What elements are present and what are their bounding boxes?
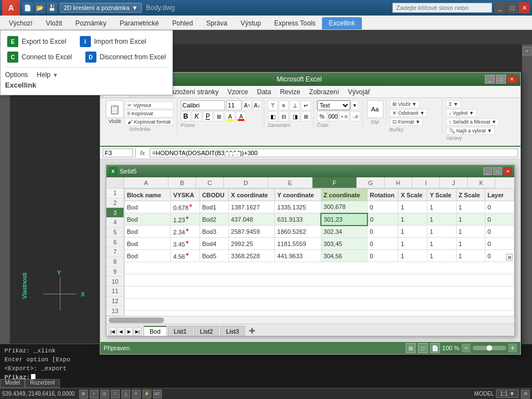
number-format-select[interactable]: Text Číslo Měna: [317, 100, 350, 110]
snap-toggle[interactable]: ⊞: [79, 390, 88, 398]
viewport-scale[interactable]: 1:1 ▼: [496, 390, 519, 398]
search-input[interactable]: [396, 4, 468, 11]
sesit-close-btn[interactable]: ✕: [503, 167, 512, 175]
format-btn[interactable]: ⊡ Formát ▼: [390, 118, 423, 126]
percent-btn[interactable]: %: [317, 111, 327, 121]
bold-btn[interactable]: B: [181, 111, 191, 121]
col-header-h[interactable]: H: [385, 177, 412, 188]
excel-close-btn[interactable]: ✕: [507, 75, 517, 84]
layout-tab[interactable]: Rozvrženl: [25, 379, 59, 388]
h-scrollbar[interactable]: [106, 316, 514, 324]
sesit-max-btn[interactable]: □: [493, 167, 502, 175]
col-header-i[interactable]: I: [412, 177, 440, 188]
excel-min-btn[interactable]: _: [485, 75, 495, 84]
right-tool-1[interactable]: ≡: [523, 47, 531, 55]
sheet-nav-first[interactable]: |◀: [109, 327, 116, 336]
zoom-bar[interactable]: [473, 346, 506, 350]
fill-btn[interactable]: ↓ Vyplnit ▼: [446, 109, 477, 117]
qp-toggle[interactable]: ⚡: [142, 390, 151, 398]
excel-view-page[interactable]: 📄: [430, 343, 440, 353]
close-button[interactable]: ✕: [519, 2, 530, 13]
tab-poznamky[interactable]: Poznámky: [69, 17, 113, 29]
sheet-nav-prev[interactable]: ◀: [117, 327, 125, 336]
tab-sprava[interactable]: Správa: [200, 17, 234, 29]
excel-tab-vyvojar[interactable]: Vývojář: [344, 86, 375, 98]
export-to-excel-btn[interactable]: E Export to Excel: [5, 35, 69, 48]
new-button[interactable]: 📄: [22, 2, 33, 13]
number-format-expand[interactable]: ▼: [351, 100, 359, 110]
merge-cells-btn[interactable]: ⊞: [301, 111, 311, 121]
tab-parametricke[interactable]: Parametrické: [113, 17, 166, 29]
italic-btn[interactable]: K: [192, 111, 202, 121]
style-btn[interactable]: Aa: [367, 100, 383, 118]
tab-vystup[interactable]: Výstup: [234, 17, 268, 29]
sheet-tab-list3[interactable]: List3: [220, 326, 245, 336]
tab-vlozit[interactable]: Vložit: [39, 17, 69, 29]
align-top-left-btn[interactable]: ⊤: [268, 100, 278, 110]
sc-toggle[interactable]: SC: [153, 390, 162, 398]
sort-filter-btn[interactable]: ↕ Seřadit a filtrovat ▼: [446, 118, 499, 126]
zoom-in-btn[interactable]: +: [508, 344, 517, 352]
app-button[interactable]: A: [2, 0, 20, 16]
increase-font-btn[interactable]: A↑: [243, 100, 252, 110]
workspace-selector[interactable]: 2D kreslení a poznámka ▼: [60, 3, 142, 13]
excel-view-normal[interactable]: ⊞: [406, 343, 416, 353]
col-header-c[interactable]: C: [196, 177, 224, 188]
align-left-btn[interactable]: ◧: [268, 111, 278, 121]
sheet-tab-bod[interactable]: Bod: [144, 326, 167, 336]
font-name-input[interactable]: [181, 100, 225, 110]
dec-inc-btn[interactable]: +.0: [339, 111, 349, 121]
col-header-j[interactable]: J: [440, 177, 468, 188]
align-center-btn[interactable]: ⊟: [279, 111, 289, 121]
formatpainter-button[interactable]: 🖌 Kopírovat formát: [125, 118, 173, 126]
settings-btn[interactable]: ⚙: [521, 390, 530, 398]
sheet-tab-list2[interactable]: List2: [194, 326, 219, 336]
excel-view-layout[interactable]: □: [418, 343, 428, 353]
connect-excel-btn[interactable]: C Connect to Excel: [5, 50, 74, 64]
odstranit-btn[interactable]: ✕ Odstranit ▼: [390, 109, 427, 117]
ortho-toggle[interactable]: +: [90, 390, 99, 398]
excel-tab-revize[interactable]: Revize: [275, 86, 305, 98]
col-header-k[interactable]: K: [468, 177, 495, 188]
lweight-toggle[interactable]: ≡: [132, 390, 141, 398]
font-color-btn[interactable]: A: [236, 111, 246, 121]
sheet-nav-next[interactable]: ▶: [125, 327, 133, 336]
excel-max-btn[interactable]: □: [496, 75, 506, 84]
sheet-nav-last[interactable]: ▶|: [134, 327, 141, 336]
col-header-f[interactable]: F: [313, 177, 357, 188]
model-tab[interactable]: Model: [0, 379, 25, 388]
open-button[interactable]: 📂: [34, 2, 45, 13]
help-btn-excellink[interactable]: Help ▼: [37, 71, 58, 79]
disconnect-excel-btn[interactable]: D Disconnect from Excel: [83, 50, 168, 64]
vložit-cell-btn[interactable]: ⊞ Vložit ▼: [390, 100, 420, 108]
excel-tab-data[interactable]: Data: [253, 86, 275, 98]
font-size-input[interactable]: [226, 100, 242, 110]
save-button[interactable]: 💾: [47, 2, 58, 13]
dec-dec-btn[interactable]: -.0: [350, 111, 360, 121]
col-header-b[interactable]: B: [168, 177, 196, 188]
paste-btn-group[interactable]: 📋 Vložit: [106, 100, 124, 124]
wrap-text-btn[interactable]: ↵: [301, 100, 311, 110]
col-header-e[interactable]: E: [268, 177, 313, 188]
col-header-a[interactable]: A: [124, 177, 168, 188]
polar-toggle[interactable]: ◎: [100, 390, 109, 398]
h-scroll-thumb[interactable]: [109, 318, 164, 323]
cell-reference-box[interactable]: F3: [103, 149, 133, 157]
col-header-g[interactable]: G: [357, 177, 385, 188]
osnap-toggle[interactable]: □: [111, 390, 120, 398]
align-top-right-btn[interactable]: ⊥: [290, 100, 300, 110]
search-box[interactable]: [392, 3, 492, 13]
min-button[interactable]: _: [494, 2, 505, 13]
decrease-font-btn[interactable]: A↓: [253, 100, 262, 110]
excel-tab-zobrazeni[interactable]: Zobrazení: [305, 86, 344, 98]
options-btn[interactable]: Options: [5, 71, 28, 79]
tab-pohled[interactable]: Pohled: [166, 17, 200, 29]
zoom-out-btn[interactable]: −: [462, 344, 470, 352]
r3-zcoord-active[interactable]: 301,23: [321, 213, 367, 226]
fill-color-btn[interactable]: A: [225, 111, 235, 121]
cut-button[interactable]: ✂ Vyjmout: [125, 101, 173, 109]
paste-button[interactable]: 📋: [106, 100, 124, 118]
tab-excellink[interactable]: Excellink: [322, 17, 361, 29]
excel-tab-vzorce[interactable]: Vzorce: [223, 86, 252, 98]
import-from-excel-btn[interactable]: I Import from Excel: [78, 35, 149, 48]
